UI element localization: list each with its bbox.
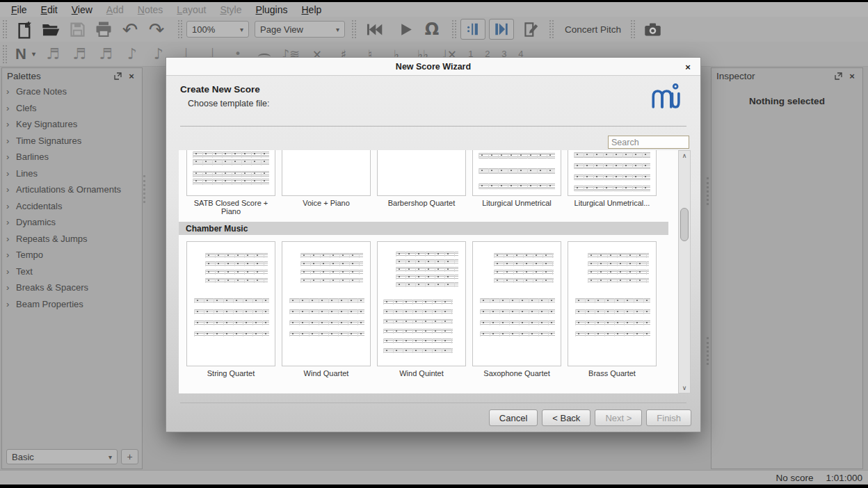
- template-search-input[interactable]: [608, 136, 689, 149]
- zoom-value: 100%: [192, 24, 215, 35]
- scrollbar-track[interactable]: [679, 161, 690, 383]
- menu-edit[interactable]: Edit: [34, 3, 65, 16]
- palette-text[interactable]: › Text: [2, 263, 142, 280]
- splitter-handle[interactable]: [707, 177, 709, 205]
- template-satb-closed-score-piano[interactable]: [186, 150, 275, 196]
- palette-barlines[interactable]: › Barlines: [2, 149, 142, 165]
- scroll-up-icon[interactable]: ∧: [682, 151, 687, 161]
- template-label: Voice + Piano: [279, 199, 373, 207]
- palette-articulations[interactable]: › Articulations & Ornaments: [2, 181, 142, 198]
- template-liturgical-unmetrical-alt[interactable]: [568, 150, 657, 196]
- chevron-right-icon: ›: [6, 250, 16, 260]
- palette-lines[interactable]: › Lines: [2, 165, 142, 182]
- palette-time-signatures[interactable]: › Time Signatures: [2, 133, 142, 149]
- menu-layout: Layout: [170, 3, 213, 16]
- palette-repeats-jumps[interactable]: › Repeats & Jumps: [2, 231, 142, 247]
- play-repeats-toggle[interactable]: [460, 19, 485, 40]
- template-saxophone-quartet[interactable]: [472, 241, 561, 366]
- close-panel-button[interactable]: ×: [846, 70, 858, 81]
- template-wind-quartet[interactable]: [282, 241, 371, 366]
- toolbar-drag-handle[interactable]: [3, 20, 7, 38]
- chevron-right-icon: ›: [6, 299, 16, 309]
- window-bottom-edge: [0, 485, 868, 488]
- toolbar-drag-handle[interactable]: [178, 20, 182, 38]
- splitter-handle[interactable]: [143, 175, 145, 203]
- print-button[interactable]: [90, 19, 117, 40]
- close-panel-button[interactable]: ×: [126, 70, 137, 81]
- view-mode-select[interactable]: Page View ▾: [255, 21, 345, 38]
- dialog-titlebar[interactable]: New Score Wizard ×: [166, 58, 700, 76]
- inspector-message: Nothing selected: [712, 96, 862, 106]
- chevron-down-icon: ▾: [108, 453, 112, 461]
- chevron-right-icon: ›: [6, 184, 16, 195]
- palette-key-signatures[interactable]: › Key Signatures: [2, 116, 142, 133]
- rewind-button[interactable]: [360, 19, 387, 40]
- dialog-button-row: Cancel < Back Next > Finish: [166, 409, 691, 426]
- toolbar-drag-handle[interactable]: [352, 20, 356, 38]
- image-capture-button[interactable]: [639, 19, 666, 40]
- template-liturgical-unmetrical[interactable]: [472, 150, 561, 196]
- scrollbar-thumb[interactable]: [680, 208, 689, 241]
- chevron-down-icon: ▾: [32, 50, 35, 58]
- scroll-down-icon[interactable]: ∨: [682, 383, 687, 393]
- new-score-button[interactable]: [11, 19, 38, 40]
- template-scrollbar[interactable]: ∧ ∨: [678, 150, 691, 393]
- redo-button[interactable]: ↷: [143, 19, 170, 40]
- palette-beam-properties[interactable]: › Beam Properties: [2, 296, 142, 313]
- menu-help[interactable]: Help: [294, 3, 328, 16]
- window-top-edge: [0, 0, 868, 2]
- edit-mode-button[interactable]: [517, 19, 544, 40]
- toolbar-drag-handle[interactable]: [631, 20, 635, 38]
- play-button[interactable]: [392, 19, 419, 40]
- concert-pitch-toggle[interactable]: Concert Pitch: [558, 24, 628, 35]
- palette-clefs[interactable]: › Clefs: [2, 100, 142, 117]
- toolbar-drag-handle[interactable]: [549, 20, 554, 38]
- menu-plugins[interactable]: Plugins: [249, 3, 295, 16]
- palette-grace-notes[interactable]: › Grace Notes: [2, 83, 142, 100]
- palettes-panel-titlebar: Palettes ×: [2, 68, 142, 83]
- toolbar-drag-handle[interactable]: [452, 20, 456, 38]
- palette-accidentals[interactable]: › Accidentals: [2, 198, 142, 215]
- template-barbershop-quartet[interactable]: [377, 150, 466, 196]
- chevron-right-icon: ›: [6, 136, 16, 146]
- template-label: Barbershop Quartet: [374, 199, 469, 207]
- template-voice-piano[interactable]: [282, 150, 371, 196]
- palette-tempo[interactable]: › Tempo: [2, 247, 142, 263]
- float-panel-button[interactable]: [112, 70, 123, 81]
- add-workspace-button[interactable]: +: [121, 449, 138, 464]
- toolbar-drag-handle[interactable]: [3, 45, 7, 63]
- note-eighth-icon[interactable]: ♪: [119, 45, 145, 63]
- new-score-icon: [15, 20, 34, 39]
- open-file-button[interactable]: [38, 19, 64, 40]
- zoom-select[interactable]: 100% ▾: [186, 21, 249, 38]
- note-16th-icon[interactable]: ♬: [93, 45, 119, 63]
- template-brass-quartet[interactable]: [568, 241, 657, 366]
- menu-file[interactable]: File: [4, 3, 34, 16]
- template-wind-quintet[interactable]: [377, 241, 466, 366]
- divider: [180, 126, 686, 127]
- palette-dynamics[interactable]: › Dynamics: [2, 214, 142, 231]
- undo-icon: ↶: [122, 19, 138, 40]
- menu-add: Add: [99, 3, 131, 16]
- pan-playback-toggle[interactable]: [489, 19, 514, 40]
- chevron-right-icon: ›: [6, 152, 16, 162]
- open-folder-icon: [41, 19, 61, 39]
- cancel-button[interactable]: Cancel: [489, 409, 538, 426]
- chevron-right-icon: ›: [6, 119, 16, 129]
- wizard-subheading: Choose template file:: [188, 99, 269, 108]
- workspace-select[interactable]: Basic ▾: [6, 449, 118, 464]
- menu-view[interactable]: View: [65, 3, 99, 16]
- loop-playback-button[interactable]: Ω: [419, 19, 445, 40]
- note-64th-icon[interactable]: ♬: [40, 45, 66, 63]
- dialog-close-button[interactable]: ×: [682, 61, 693, 72]
- float-panel-button[interactable]: [833, 70, 844, 81]
- palette-breaks-spacers[interactable]: › Breaks & Spacers: [2, 279, 142, 296]
- back-button[interactable]: < Back: [542, 409, 590, 426]
- template-label: SATB Closed Score + Piano: [184, 199, 278, 215]
- note-input-button[interactable]: N ▾: [11, 45, 40, 63]
- close-icon: ×: [129, 71, 134, 81]
- splitter-handle[interactable]: [707, 337, 709, 365]
- note-32nd-icon[interactable]: ♬: [66, 45, 93, 63]
- template-string-quartet[interactable]: [186, 241, 275, 366]
- undo-button[interactable]: ↶: [117, 19, 143, 40]
